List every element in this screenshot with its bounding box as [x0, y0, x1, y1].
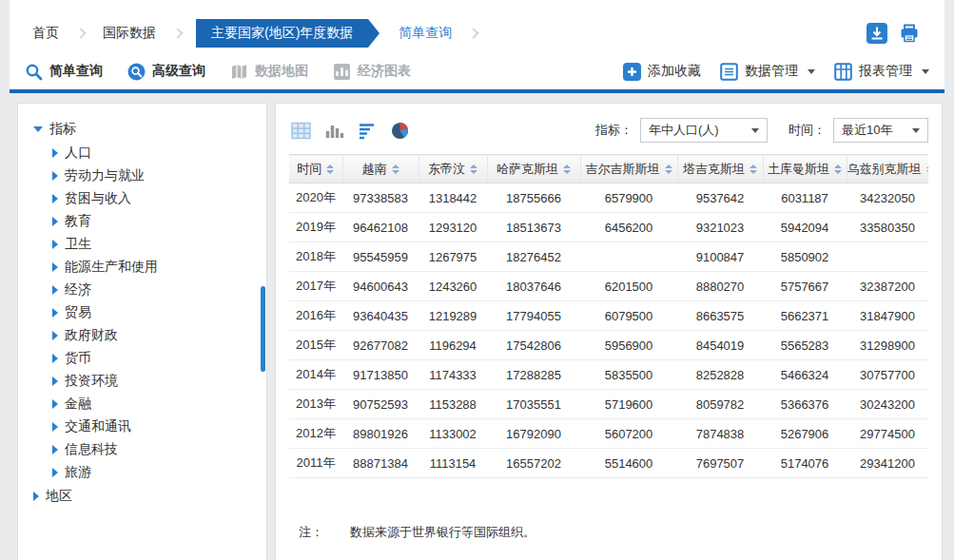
tabs-row: 首页国际数据主要国家(地区)年度数据简单查询	[10, 19, 944, 48]
tab-international-data[interactable]: 国际数据	[91, 19, 167, 48]
sidebar-scrollbar-thumb[interactable]	[261, 286, 265, 372]
tab-home[interactable]: 首页	[21, 19, 70, 48]
triangle-right-icon	[52, 468, 58, 477]
advanced-search-icon	[127, 63, 146, 81]
table-cell: 1267975	[419, 242, 487, 272]
tree-root-indicators[interactable]: 指标	[33, 117, 266, 142]
note-text: 数据来源于世界银行等国际组织。	[350, 524, 535, 541]
sidebar-item[interactable]: 信息科技	[52, 438, 266, 461]
table-row: 2016年93640435121928917794055607950086635…	[289, 301, 928, 331]
table-cell: 6079500	[580, 301, 677, 331]
column-header[interactable]: 塔吉克斯坦	[677, 155, 763, 183]
column-header-label: 塔吉克斯坦	[683, 161, 745, 178]
table-cell: 8663575	[677, 301, 763, 331]
sidebar-item[interactable]: 能源生产和使用	[52, 256, 266, 279]
sidebar-item[interactable]: 投资环境	[52, 370, 266, 393]
table-cell: 18755666	[487, 183, 580, 213]
sidebar-item[interactable]: 旅游	[52, 461, 266, 484]
table-cell: 7697507	[677, 449, 763, 478]
pie-chart-view-button[interactable]	[389, 120, 411, 142]
triangle-right-icon	[52, 194, 58, 203]
sort-up-icon	[392, 164, 399, 168]
table-view-button[interactable]	[289, 120, 313, 142]
triangle-right-icon	[52, 377, 58, 386]
toolbar-item-label: 经济图表	[358, 63, 411, 80]
list-view-button[interactable]	[356, 120, 380, 142]
sidebar-item-label: 能源生产和使用	[65, 259, 158, 276]
bar-chart-view-button[interactable]	[322, 120, 346, 142]
table-cell: 91713850	[342, 360, 419, 390]
indicator-select[interactable]: 年中人口(人)	[640, 118, 768, 143]
table-cell: 97338583	[342, 183, 419, 213]
table-body: 2020年97338583131844218755666657990095376…	[289, 183, 928, 478]
tab-simple-query[interactable]: 简单查询	[387, 19, 463, 48]
table-cell: 6579900	[580, 183, 677, 213]
time-select[interactable]: 最近10年	[833, 118, 928, 143]
sidebar-tree: 指标人口劳动力与就业贫困与收入教育卫生能源生产和使用经济贸易政府财政货币投资环境…	[33, 117, 266, 509]
table-cell: 2015年	[289, 331, 342, 360]
sidebar-item[interactable]: 劳动力与就业	[52, 164, 266, 187]
column-header[interactable]: 东帝汶	[419, 155, 487, 183]
breadcrumb-tabs: 首页国际数据主要国家(地区)年度数据简单查询	[21, 19, 484, 48]
sidebar-item-label: 人口	[65, 145, 91, 162]
sidebar-item[interactable]: 人口	[52, 142, 266, 164]
pie-chart-icon	[391, 122, 409, 140]
table-cell: 1174333	[419, 360, 487, 390]
table-cell	[580, 242, 677, 272]
column-header[interactable]: 乌兹别克斯坦	[847, 155, 928, 183]
sidebar-item[interactable]: 货币	[52, 347, 266, 370]
map-icon	[230, 63, 248, 81]
column-header[interactable]: 越南	[342, 155, 419, 183]
table-cell: 33580350	[847, 213, 928, 242]
sort-down-icon	[392, 170, 399, 174]
download-button[interactable]	[866, 23, 887, 44]
sidebar-item[interactable]: 金融	[52, 393, 266, 415]
sidebar-item-label: 贸易	[65, 304, 91, 321]
toolbar-simple-query[interactable]: 简单查询	[25, 63, 103, 81]
sidebar-item[interactable]: 贫困与收入	[52, 187, 266, 210]
toolbar-report-management[interactable]: 报表管理	[834, 63, 929, 81]
sort-up-icon	[326, 164, 334, 168]
toolbar-item-label: 数据管理	[745, 63, 798, 80]
sidebar-item[interactable]: 经济	[52, 279, 266, 301]
table-cell: 8059782	[677, 390, 763, 419]
table-row: 2017年94600643124326018037646620150088802…	[289, 272, 928, 301]
sidebar-item[interactable]: 教育	[52, 210, 266, 233]
chevron-right-icon	[172, 28, 183, 38]
sidebar-item[interactable]: 卫生	[52, 233, 266, 256]
print-button[interactable]	[899, 23, 920, 44]
toolbar-data-management[interactable]: 数据管理	[720, 63, 815, 81]
sort-down-icon	[926, 170, 929, 174]
toolbar-add-favorite[interactable]: 添加收藏	[623, 63, 701, 81]
toolbar-item-label: 数据地图	[255, 63, 308, 80]
column-header[interactable]: 土库曼斯坦	[763, 155, 847, 183]
table-cell: 16557202	[487, 449, 580, 478]
toolbar-advanced-query[interactable]: 高级查询	[127, 63, 205, 81]
table-cell: 93640435	[342, 301, 419, 331]
table-cell: 2014年	[289, 360, 342, 390]
table-cell: 1318442	[419, 183, 487, 213]
table-cell: 8454019	[677, 331, 763, 360]
column-header[interactable]: 吉尔吉斯斯坦	[580, 155, 677, 183]
column-header[interactable]: 时间	[289, 155, 342, 183]
triangle-right-icon	[52, 148, 58, 158]
column-header-label: 东帝汶	[428, 161, 465, 178]
sidebar-item[interactable]: 政府财政	[52, 324, 266, 347]
table-view-icon	[291, 122, 311, 140]
caret-down-icon	[808, 69, 815, 74]
table-cell: 92677082	[342, 331, 419, 360]
tree-root-region[interactable]: 地区	[33, 484, 266, 509]
view-switcher	[289, 120, 411, 142]
bar-chart-icon	[324, 122, 344, 140]
sidebar-item[interactable]: 交通和通讯	[52, 415, 266, 438]
column-header[interactable]: 哈萨克斯坦	[487, 155, 580, 183]
table-cell: 1219289	[419, 301, 487, 331]
tab-major-countries-annual-data[interactable]: 主要国家(地区)年度数据	[196, 19, 368, 48]
print-icon	[899, 23, 920, 44]
table-cell: 5565283	[763, 331, 847, 360]
sidebar-item[interactable]: 贸易	[52, 301, 266, 324]
triangle-right-icon	[33, 492, 39, 501]
controls-row: 指标： 年中人口(人) 时间： 最近10年	[289, 116, 928, 145]
sidebar: 指标人口劳动力与就业贫困与收入教育卫生能源生产和使用经济贸易政府财政货币投资环境…	[17, 103, 267, 560]
toolbar-item-label: 添加收藏	[648, 63, 701, 80]
